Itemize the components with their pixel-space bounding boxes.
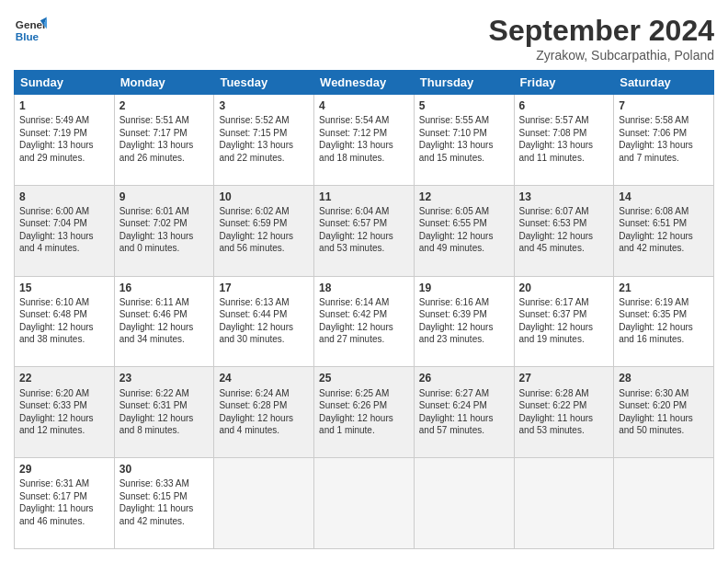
empty-cell <box>214 458 314 549</box>
header-saturday: Saturday <box>614 71 714 95</box>
day-17: 17 Sunrise: 6:13 AMSunset: 6:44 PMDaylig… <box>214 276 314 367</box>
title-block: September 2024 Zyrakow, Subcarpathia, Po… <box>489 14 714 63</box>
day-5: 5 Sunrise: 5:55 AMSunset: 7:10 PMDayligh… <box>414 95 514 186</box>
svg-text:Blue: Blue <box>16 30 40 42</box>
day-21: 21 Sunrise: 6:19 AMSunset: 6:35 PMDaylig… <box>614 276 714 367</box>
table-row: 1 Sunrise: 5:49 AMSunset: 7:19 PMDayligh… <box>15 95 714 186</box>
table-row: 8 Sunrise: 6:00 AMSunset: 7:04 PMDayligh… <box>15 185 714 276</box>
empty-cell <box>414 458 514 549</box>
day-4: 4 Sunrise: 5:54 AMSunset: 7:12 PMDayligh… <box>314 95 415 186</box>
header-sunday: Sunday <box>15 71 115 95</box>
month-title: September 2024 <box>489 14 714 48</box>
page: General Blue September 2024 Zyrakow, Sub… <box>0 0 728 563</box>
day-1: 1 Sunrise: 5:49 AMSunset: 7:19 PMDayligh… <box>15 95 115 186</box>
table-row: 29 Sunrise: 6:31 AMSunset: 6:17 PMDaylig… <box>15 458 714 549</box>
header-friday: Friday <box>514 71 614 95</box>
day-22: 22 Sunrise: 6:20 AMSunset: 6:33 PMDaylig… <box>15 367 115 458</box>
day-11: 11 Sunrise: 6:04 AMSunset: 6:57 PMDaylig… <box>314 185 415 276</box>
day-13: 13 Sunrise: 6:07 AMSunset: 6:53 PMDaylig… <box>514 185 614 276</box>
empty-cell <box>514 458 614 549</box>
day-29: 29 Sunrise: 6:31 AMSunset: 6:17 PMDaylig… <box>15 458 115 549</box>
day-8: 8 Sunrise: 6:00 AMSunset: 7:04 PMDayligh… <box>15 185 115 276</box>
header-monday: Monday <box>114 71 214 95</box>
table-row: 22 Sunrise: 6:20 AMSunset: 6:33 PMDaylig… <box>15 367 714 458</box>
day-3: 3 Sunrise: 5:52 AMSunset: 7:15 PMDayligh… <box>214 95 314 186</box>
day-24: 24 Sunrise: 6:24 AMSunset: 6:28 PMDaylig… <box>214 367 314 458</box>
day-9: 9 Sunrise: 6:01 AMSunset: 7:02 PMDayligh… <box>114 185 214 276</box>
table-row: 15 Sunrise: 6:10 AMSunset: 6:48 PMDaylig… <box>15 276 714 367</box>
day-27: 27 Sunrise: 6:28 AMSunset: 6:22 PMDaylig… <box>514 367 614 458</box>
day-23: 23 Sunrise: 6:22 AMSunset: 6:31 PMDaylig… <box>114 367 214 458</box>
day-20: 20 Sunrise: 6:17 AMSunset: 6:37 PMDaylig… <box>514 276 614 367</box>
day-2: 2 Sunrise: 5:51 AMSunset: 7:17 PMDayligh… <box>114 95 214 186</box>
day-18: 18 Sunrise: 6:14 AMSunset: 6:42 PMDaylig… <box>314 276 415 367</box>
empty-cell <box>614 458 714 549</box>
generalblue-logo-icon: General Blue <box>14 14 47 47</box>
day-15: 15 Sunrise: 6:10 AMSunset: 6:48 PMDaylig… <box>15 276 115 367</box>
calendar-header-row: Sunday Monday Tuesday Wednesday Thursday… <box>15 71 714 95</box>
day-7: 7 Sunrise: 5:58 AMSunset: 7:06 PMDayligh… <box>614 95 714 186</box>
day-12: 12 Sunrise: 6:05 AMSunset: 6:55 PMDaylig… <box>414 185 514 276</box>
day-26: 26 Sunrise: 6:27 AMSunset: 6:24 PMDaylig… <box>414 367 514 458</box>
day-30: 30 Sunrise: 6:33 AMSunset: 6:15 PMDaylig… <box>114 458 214 549</box>
header-wednesday: Wednesday <box>314 71 415 95</box>
header-thursday: Thursday <box>414 71 514 95</box>
header: General Blue September 2024 Zyrakow, Sub… <box>14 14 714 63</box>
day-16: 16 Sunrise: 6:11 AMSunset: 6:46 PMDaylig… <box>114 276 214 367</box>
header-tuesday: Tuesday <box>214 71 314 95</box>
empty-cell <box>314 458 415 549</box>
day-6: 6 Sunrise: 5:57 AMSunset: 7:08 PMDayligh… <box>514 95 614 186</box>
day-25: 25 Sunrise: 6:25 AMSunset: 6:26 PMDaylig… <box>314 367 415 458</box>
calendar-table: Sunday Monday Tuesday Wednesday Thursday… <box>14 70 714 549</box>
subtitle: Zyrakow, Subcarpathia, Poland <box>489 48 714 63</box>
day-19: 19 Sunrise: 6:16 AMSunset: 6:39 PMDaylig… <box>414 276 514 367</box>
day-14: 14 Sunrise: 6:08 AMSunset: 6:51 PMDaylig… <box>614 185 714 276</box>
day-10: 10 Sunrise: 6:02 AMSunset: 6:59 PMDaylig… <box>214 185 314 276</box>
logo: General Blue <box>14 14 47 47</box>
day-28: 28 Sunrise: 6:30 AMSunset: 6:20 PMDaylig… <box>614 367 714 458</box>
